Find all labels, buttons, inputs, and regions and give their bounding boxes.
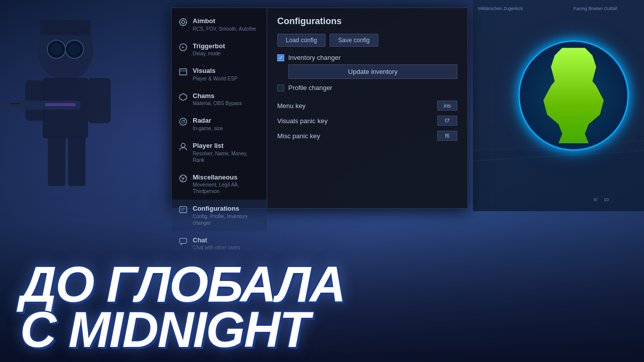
profile-changer-label: Profile changer — [288, 84, 332, 92]
sidebar-item-triggerbot[interactable]: Triggerbot Delay, mode — [172, 37, 267, 62]
sidebar-item-playerlist-title: Player list — [193, 142, 260, 150]
profile-changer-row: Profile changer — [277, 84, 457, 92]
sidebar-item-visuals-subtitle: Player & World ESP — [193, 75, 260, 82]
checkbox-checkmark: ✓ — [279, 55, 283, 60]
sidebar-item-visuals[interactable]: Visuals Player & World ESP — [172, 62, 267, 87]
svg-point-39 — [181, 143, 185, 147]
character-glow — [536, 48, 611, 143]
svg-point-4 — [68, 43, 80, 55]
svg-point-44 — [182, 179, 183, 180]
inventory-changer-row: ✓ Inventory changer — [277, 54, 457, 61]
svg-rect-11 — [48, 136, 65, 186]
sidebar-item-chams-subtitle: Material, OBS Bypass — [193, 100, 260, 107]
svg-text:Facing Breiten Outfall: Facing Breiten Outfall — [574, 6, 617, 11]
sidebar-item-radar[interactable]: Radar In-game, size — [172, 112, 267, 137]
sidebar-item-triggerbot-subtitle: Delay, mode — [193, 50, 260, 57]
aimbot-icon — [179, 18, 188, 27]
svg-rect-14 — [40, 20, 91, 35]
update-inventory-button[interactable]: Update inventory — [288, 64, 457, 79]
sidebar-item-aimbot-title: Aimbot — [193, 17, 260, 25]
radar-icon — [179, 117, 188, 126]
sidebar-item-aimbot-text: Aimbot RCS, FOV, Smooth, Autofire — [193, 17, 260, 32]
svg-point-26 — [180, 19, 187, 26]
sidebar-item-aimbot[interactable]: Aimbot RCS, FOV, Smooth, Autofire — [172, 12, 267, 37]
svg-rect-45 — [180, 207, 187, 213]
sidebar-item-playerlist[interactable]: Player list Resolver, Name, Money, Rank — [172, 137, 267, 168]
svg-rect-12 — [68, 136, 86, 186]
load-config-button[interactable]: Load config — [277, 34, 326, 47]
configurations-icon — [179, 205, 188, 214]
section-title: Configurations — [277, 16, 457, 27]
sidebar-item-aimbot-subtitle: RCS, FOV, Smooth, Autofire — [193, 26, 260, 32]
russian-text-line1: ДО ГЛОБАЛА — [20, 261, 345, 307]
svg-point-42 — [181, 176, 182, 177]
character-circle — [518, 40, 629, 151]
miscellaneous-icon — [179, 174, 188, 183]
svg-point-27 — [182, 21, 185, 24]
sidebar-item-radar-subtitle: In-game, size — [193, 125, 260, 132]
config-buttons-row: Load config Save config — [277, 34, 457, 47]
menu-key-label: Menu key — [277, 102, 305, 110]
svg-text:Militärschen Zugerkick: Militärschen Zugerkick — [478, 6, 523, 11]
svg-rect-7 — [88, 78, 111, 123]
sidebar-item-playerlist-text: Player list Resolver, Name, Money, Rank — [193, 142, 260, 163]
svg-point-3 — [50, 43, 62, 55]
main-content: Configurations Load config Save config ✓… — [267, 8, 467, 208]
svg-point-43 — [185, 176, 186, 177]
sidebar-item-chams-text: Chams Material, OBS Bypass — [193, 92, 260, 107]
triggerbot-icon — [179, 43, 188, 52]
sidebar-item-miscellaneous-text: Miscellaneous Movement, Legit AA, Thirdp… — [193, 173, 260, 195]
sidebar-item-radar-text: Radar In-game, size — [193, 117, 260, 132]
main-panel: Aimbot RCS, FOV, Smooth, Autofire Trigge… — [171, 8, 468, 209]
visuals-panic-key-row: Visuals panic key f7 — [277, 116, 457, 126]
menu-key-value[interactable]: ins — [437, 101, 457, 111]
svg-marker-35 — [180, 94, 187, 101]
bottom-text-area: ДО ГЛОБАЛА С MIDNIGHT — [0, 221, 644, 362]
menu-key-row: Menu key ins — [277, 101, 457, 111]
playerlist-icon — [179, 142, 188, 151]
sidebar-item-miscellaneous-subtitle: Movement, Legit AA, Thirdperson — [193, 182, 260, 195]
sidebar-item-chams[interactable]: Chams Material, OBS Bypass — [172, 87, 267, 112]
sidebar-item-chams-title: Chams — [193, 92, 260, 100]
svg-text:10: 10 — [604, 197, 609, 202]
visuals-icon — [179, 67, 188, 76]
inventory-changer-checkbox[interactable]: ✓ — [277, 54, 284, 61]
visuals-panic-key-value[interactable]: f7 — [437, 116, 457, 126]
character-silhouette — [0, 0, 151, 211]
profile-changer-checkbox[interactable] — [277, 84, 284, 92]
inventory-changer-label: Inventory changer — [288, 54, 341, 61]
misc-panic-key-label: Misc panic key — [277, 132, 320, 140]
chams-icon — [179, 93, 188, 102]
sidebar: Aimbot RCS, FOV, Smooth, Autofire Trigge… — [172, 8, 267, 208]
russian-text-line2: С MIDNIGHT — [20, 307, 309, 352]
sidebar-item-playerlist-subtitle: Resolver, Name, Money, Rank — [193, 150, 260, 163]
svg-rect-33 — [180, 69, 187, 75]
sidebar-item-configurations-title: Configurations — [193, 205, 260, 213]
save-config-button[interactable]: Save config — [330, 34, 378, 47]
sidebar-item-visuals-text: Visuals Player & World ESP — [193, 67, 260, 82]
svg-text:5/: 5/ — [594, 197, 598, 202]
svg-point-41 — [182, 177, 184, 179]
visuals-panic-key-label: Visuals panic key — [277, 117, 328, 125]
sidebar-item-visuals-title: Visuals — [193, 67, 260, 75]
sidebar-item-triggerbot-text: Triggerbot Delay, mode — [193, 42, 260, 57]
misc-panic-key-value[interactable]: f6 — [437, 131, 457, 141]
svg-rect-10 — [45, 103, 75, 106]
sidebar-item-radar-title: Radar — [193, 117, 260, 125]
misc-panic-key-row: Misc panic key f6 — [277, 131, 457, 141]
character-left-area — [0, 0, 161, 221]
svg-rect-15 — [5, 104, 25, 107]
sidebar-item-triggerbot-title: Triggerbot — [193, 42, 260, 50]
sidebar-item-miscellaneous[interactable]: Miscellaneous Movement, Legit AA, Thirdp… — [172, 168, 267, 200]
sidebar-item-miscellaneous-title: Miscellaneous — [193, 173, 260, 182]
